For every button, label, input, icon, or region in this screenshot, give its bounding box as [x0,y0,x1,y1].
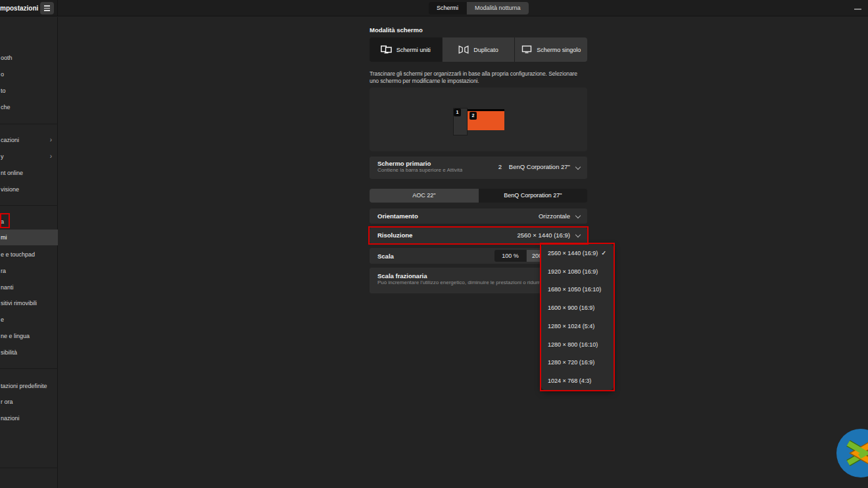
scale-label: Scala [377,253,394,260]
view-switcher: Schermi Modalità notturna [429,2,529,14]
primary-display-number: 2 [498,163,502,170]
resolution-dropdown: 2560 × 1440 (16:9) ✓ 1920 × 1080 (16:9) … [541,244,614,390]
orientation-value: Orizzontale [539,212,570,220]
display-mode-heading: Modalità schermo [370,26,423,34]
primary-display-subtitle: Contiene la barra superiore e Attività [377,167,462,173]
sidebar-item-applicazioni[interactable]: cazioni › [0,133,58,147]
annotation-box-sidebar-schermi [0,213,10,228]
sidebar-divider [0,205,58,206]
display-mode-group: Schermi uniti Duplicato Schermo singolo [370,37,587,62]
hamburger-menu-button[interactable] [40,2,54,14]
sidebar-divider [0,124,58,124]
sidebar-item[interactable]: o [0,67,58,82]
sidebar-item-schermi-active[interactable]: mi [0,230,58,245]
mode-mirror-button[interactable]: Duplicato [442,37,515,62]
join-displays-icon [381,45,392,54]
tab-schermi[interactable]: Schermi [429,2,466,14]
monitor-1-badge: 1 [454,109,461,116]
scale-100-button[interactable]: 100 % [494,250,526,262]
arrangement-description: Trascinare gli schermi per organizzarli … [370,70,587,85]
sidebar-item-dispositivi-rimovibili[interactable]: sitivi rimovibili [0,296,58,310]
hamburger-icon [44,5,50,7]
dropdown-option-1280x1024[interactable]: 1280 × 1024 (5:4) [541,317,614,335]
resolution-value: 2560 × 1440 (16:9) [517,232,570,239]
sidebar-item-informazioni[interactable]: nazioni [0,411,58,426]
primary-display-title: Schermo primario [377,160,462,167]
sidebar-item-regione-lingua[interactable]: ne e lingua [0,329,58,343]
dropdown-option-1920x1080[interactable]: 1920 × 1080 (16:9) [541,262,614,281]
settings-window: mpostazioni Schermi Modalità notturna oo… [0,0,868,488]
chevron-right-icon: › [50,133,52,147]
app-title: mpostazioni [0,0,38,16]
titlebar: mpostazioni Schermi Modalità notturna [0,0,868,16]
dropdown-option-1024x768[interactable]: 1024 × 768 (4:3) [541,372,614,390]
sidebar-item[interactable]: che [0,100,58,114]
dropdown-option-1280x720[interactable]: 1280 × 720 (16:9) [541,354,614,372]
mode-join-displays-button[interactable]: Schermi uniti [370,37,442,62]
orientation-row[interactable]: Orientamento Orizzontale [370,208,587,224]
resolution-row[interactable]: Risoluzione 2560 × 1440 (16:9) [370,228,587,243]
sidebar-divider [0,368,58,369]
sidebar-item[interactable]: to [0,84,58,98]
dropdown-option-2560x1440[interactable]: 2560 × 1440 (16:9) ✓ [541,244,614,262]
sidebar-item-mouse-touchpad[interactable]: e e touchpad [0,247,58,262]
monitor-2-badge: 2 [470,112,477,120]
sidebar-item-account-online[interactable]: nt online [0,166,58,180]
sidebar-item-condivisione[interactable]: visione [0,182,58,197]
single-display-icon [521,45,532,54]
orientation-label: Orientamento [377,212,418,220]
sidebar-item-colore[interactable]: e [0,312,58,327]
tab-modalita-notturna[interactable]: Modalità notturna [466,2,529,14]
sidebar-item-bluetooth[interactable]: ooth [0,51,58,65]
screen-recorder-watermark-logo [833,426,868,481]
mode-single-display-button[interactable]: Schermo singolo [514,37,587,62]
scale-button-group: 100 % 200 [494,250,547,262]
monitor-tab-benq[interactable]: BenQ Corporation 27" [479,189,588,203]
chevron-down-icon [575,232,581,237]
resolution-label: Risoluzione [377,232,412,239]
sidebar-item-privacy[interactable]: y › [0,149,58,164]
chevron-down-icon [575,213,581,218]
sidebar-headerbar: mpostazioni [0,0,58,16]
monitor-selector-tabs: AOC 22" BenQ Corporation 27" [370,189,587,203]
sidebar-item-stampanti[interactable]: nanti [0,280,58,295]
sidebar-item-tastiera[interactable]: ra [0,264,58,278]
dropdown-option-1600x900[interactable]: 1600 × 900 (16:9) [541,299,614,317]
chevron-right-icon: › [50,149,52,164]
sidebar-item-data-ora[interactable]: r ora [0,395,58,409]
checkmark-icon: ✓ [601,249,606,256]
minimize-icon[interactable] [854,9,861,10]
sidebar-item-app-predefinite[interactable]: tazioni predefinite [0,379,58,393]
sidebar-item-accessibilita[interactable]: sibilità [0,345,58,360]
monitor-tab-aoc[interactable]: AOC 22" [370,189,479,203]
mirror-displays-icon [458,45,469,54]
dropdown-option-1280x800[interactable]: 1280 × 800 (16:10) [541,335,614,354]
dropdown-option-1680x1050[interactable]: 1680 × 1050 (16:10) [541,281,614,299]
primary-display-row[interactable]: Schermo primario Contiene la barra super… [370,157,587,179]
sidebar: ooth o to che cazioni › y › nt online vi… [0,17,58,488]
sidebar-divider [0,468,58,468]
chevron-down-icon [575,164,581,170]
primary-display-value: BenQ Corporation 27" [509,163,570,170]
